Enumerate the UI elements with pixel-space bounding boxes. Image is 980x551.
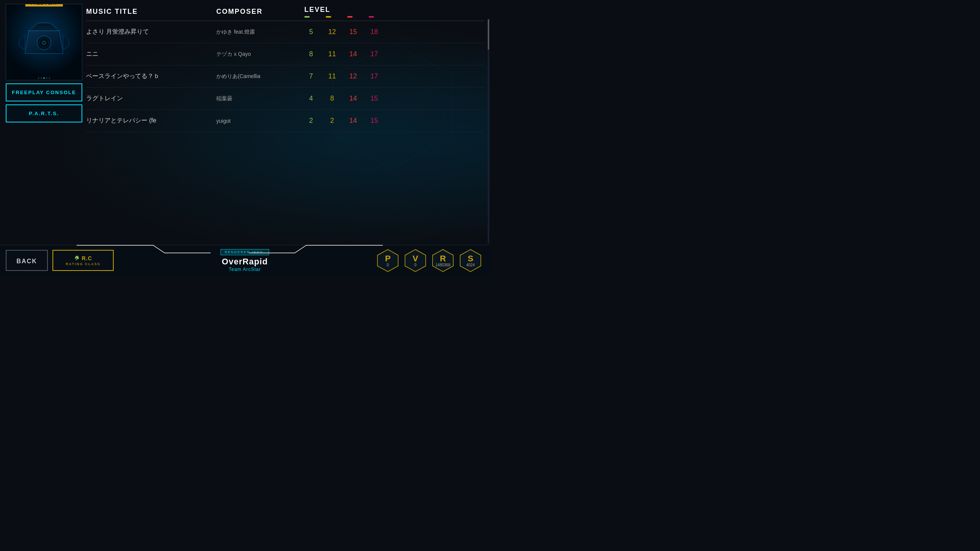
center-info: RENDERER INFO. OverRapid Team ArcStar: [114, 249, 376, 272]
level-normal: 11: [325, 72, 339, 80]
song-levels: 7111217: [304, 72, 484, 80]
badge-p: P 0: [376, 249, 400, 272]
col-header-level: LEVEL: [304, 6, 484, 18]
scrollbar[interactable]: [488, 19, 489, 243]
level-extra: 17: [368, 72, 381, 80]
normal-indicator: [326, 16, 331, 18]
team-name: Team ArcStar: [229, 267, 261, 272]
col-header-title: MUSIC TITLE: [86, 8, 216, 16]
level-easy: 7: [304, 72, 318, 80]
album-dot-2: [41, 77, 42, 79]
easy-indicator: [304, 16, 310, 18]
rating-label: RATING CLASS: [66, 262, 101, 266]
level-easy: 8: [304, 50, 318, 58]
hard-indicator: [347, 16, 353, 18]
badge-v: V 0: [403, 249, 427, 272]
song-title: ラグトレイン: [86, 95, 216, 103]
svg-point-11: [42, 41, 46, 45]
level-easy: 2: [304, 117, 318, 125]
svg-marker-5: [19, 34, 25, 50]
song-row[interactable]: ニニテヅカ x Qayo8111417: [86, 43, 484, 65]
song-row[interactable]: ベースラインやってる？ｂかめりあ(Camellia7111217: [86, 65, 484, 88]
album-dot-1: [38, 77, 39, 79]
free-play-badge: FREE PLAY: [25, 4, 63, 7]
leaf-icon: [74, 255, 80, 261]
badge-s-score: 4024: [466, 263, 475, 267]
level-easy: 5: [304, 28, 318, 36]
song-levels: 221415: [304, 117, 484, 125]
song-list[interactable]: よさり 月蛍澄み昇りてかゆき feat.燈露5121518ニニテヅカ x Qay…: [86, 21, 484, 239]
level-hard: 14: [346, 95, 360, 103]
album-dot-4: [46, 77, 47, 79]
song-title: ベースラインやってる？ｂ: [86, 72, 216, 80]
badge-p-score: 0: [387, 263, 389, 267]
level-normal: 2: [325, 117, 339, 125]
song-row[interactable]: リナリアとテレパシー (feyuigot221415: [86, 110, 484, 132]
level-easy: 4: [304, 95, 318, 103]
badge-s-letter: S: [468, 254, 474, 264]
back-button[interactable]: BACK: [6, 250, 48, 271]
badge-v-letter: V: [413, 254, 418, 264]
badge-r: R 1480368: [431, 249, 455, 272]
svg-marker-6: [63, 34, 69, 50]
album-dot-5: [49, 77, 50, 79]
badge-r-score: 1480368: [436, 263, 451, 267]
rc-icon: R.C: [74, 255, 92, 261]
song-composer: テヅカ x Qayo: [216, 51, 304, 58]
song-levels: 8111417: [304, 50, 484, 58]
level-hard: 14: [346, 117, 360, 125]
level-extra: 15: [368, 117, 381, 125]
badge-r-letter: R: [440, 254, 446, 264]
freeplay-console-button[interactable]: FREEPLAY CONSOLE: [6, 83, 82, 101]
level-hard: 12: [346, 72, 360, 80]
extra-indicator: [369, 16, 374, 18]
parts-button[interactable]: P.A.R.T.S.: [6, 104, 82, 122]
col-header-composer: COMPOSER: [216, 8, 304, 16]
list-header: MUSIC TITLE COMPOSER LEVEL: [86, 0, 484, 21]
level-extra: 15: [368, 95, 381, 103]
song-title: ニニ: [86, 50, 216, 58]
game-title: OverRapid: [222, 257, 268, 267]
album-art-svg: [17, 19, 71, 65]
level-hard: 15: [346, 28, 360, 36]
level-extra: 17: [368, 50, 381, 58]
song-title: リナリアとテレパシー (fe: [86, 117, 216, 125]
left-panel: FREE PLAY: [6, 4, 82, 122]
song-title: よさり 月蛍澄み昇りて: [86, 28, 216, 36]
level-normal: 11: [325, 50, 339, 58]
level-color-indicators: [304, 16, 484, 18]
bottom-bar: BACK R.C RATING CLASS RENDERER INFO. Ove…: [0, 245, 490, 276]
song-composer: かめりあ(Camellia: [216, 73, 304, 80]
song-levels: 5121518: [304, 28, 484, 36]
rc-label: R.C: [82, 255, 92, 261]
badge-p-letter: P: [385, 254, 391, 264]
badge-s: S 4024: [459, 249, 482, 272]
album-dots: [38, 77, 50, 79]
album-art-visual: [6, 4, 82, 80]
song-levels: 481415: [304, 95, 484, 103]
song-list-panel: MUSIC TITLE COMPOSER LEVEL よさり 月蛍澄み昇りてかゆ…: [86, 0, 484, 245]
song-row[interactable]: ラグトレイン稲葉曇481415: [86, 88, 484, 110]
scrollbar-thumb[interactable]: [488, 19, 489, 50]
level-normal: 8: [325, 95, 339, 103]
level-hard: 14: [346, 50, 360, 58]
song-composer: かゆき feat.燈露: [216, 29, 304, 36]
song-composer: yuigot: [216, 118, 304, 124]
level-normal: 12: [325, 28, 339, 36]
song-composer: 稲葉曇: [216, 95, 304, 102]
album-art-container: FREE PLAY: [6, 4, 82, 80]
badge-v-score: 0: [414, 263, 416, 267]
level-extra: 18: [368, 28, 381, 36]
renderer-label: RENDERER INFO.: [220, 249, 269, 255]
song-row[interactable]: よさり 月蛍澄み昇りてかゆき feat.燈露5121518: [86, 21, 484, 43]
album-dot-3: [43, 77, 45, 79]
rating-class-button[interactable]: R.C RATING CLASS: [52, 250, 114, 271]
score-badges: P 0 V 0 R 1480368 S 4024: [376, 249, 482, 272]
